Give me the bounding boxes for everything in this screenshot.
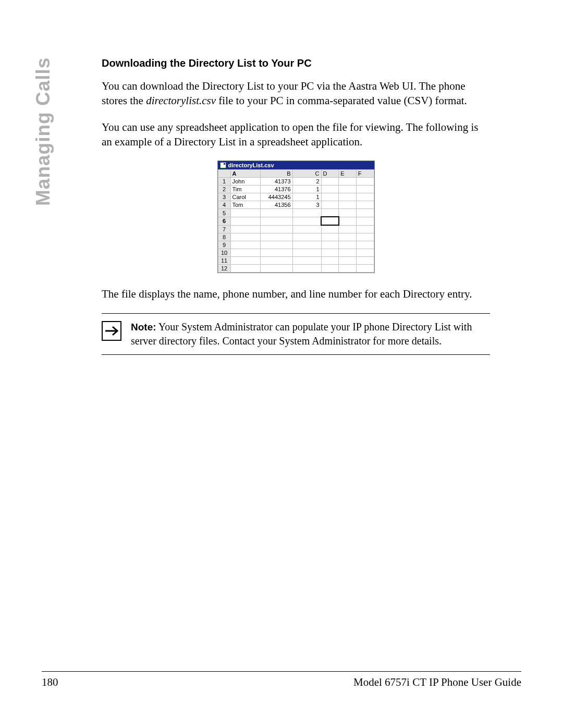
spreadsheet-cell (356, 265, 374, 273)
spreadsheet-cell (339, 201, 357, 209)
spreadsheet-cell: 41376 (260, 186, 292, 193)
spreadsheet-cell: Tom (230, 201, 260, 209)
spreadsheet-cell (321, 249, 339, 257)
spreadsheet-cell (339, 186, 357, 193)
spreadsheet-cell (230, 249, 260, 257)
spreadsheet-row-header: 2 (218, 186, 230, 193)
spreadsheet-filename: directoryList.csv (228, 162, 274, 168)
spreadsheet-row-header: 5 (218, 209, 230, 217)
section-heading: Downloading the Directory List to Your P… (102, 57, 490, 69)
spreadsheet-cell (356, 233, 374, 241)
spreadsheet-cell: 41356 (260, 201, 292, 209)
guide-title: Model 6757i CT IP Phone User Guide (353, 676, 521, 689)
paragraph-2: You can use any spreadsheet application … (102, 120, 490, 150)
page-content: Downloading the Directory List to Your P… (102, 57, 490, 355)
spreadsheet-cell (321, 186, 339, 193)
spreadsheet-cell (260, 233, 292, 241)
spreadsheet-col-header: B (260, 170, 292, 178)
spreadsheet-cell (356, 209, 374, 217)
spreadsheet-cell: 1 (292, 193, 321, 201)
spreadsheet-corner-cell (218, 170, 230, 178)
spreadsheet-cell (356, 241, 374, 249)
spreadsheet-col-header: D (321, 170, 339, 178)
spreadsheet-col-header: A (230, 170, 260, 178)
note-text: Note: Your System Administrator can popu… (131, 320, 490, 348)
spreadsheet-row-header: 8 (218, 233, 230, 241)
spreadsheet-cell (339, 265, 357, 273)
spreadsheet-row-header: 10 (218, 249, 230, 257)
spreadsheet-col-header: E (339, 170, 357, 178)
spreadsheet-cell (292, 241, 321, 249)
spreadsheet-cell (339, 241, 357, 249)
spreadsheet-cell (321, 178, 339, 186)
spreadsheet-cell (339, 233, 357, 241)
spreadsheet-cell (321, 217, 339, 225)
spreadsheet-file-icon (220, 162, 226, 168)
spreadsheet-cell: 3 (292, 201, 321, 209)
note-arrow-icon (102, 321, 121, 341)
spreadsheet-cell (230, 265, 260, 273)
spreadsheet-cell: 2 (292, 178, 321, 186)
spreadsheet-cell: Tim (230, 186, 260, 193)
spreadsheet-cell (356, 193, 374, 201)
spreadsheet-cell (292, 257, 321, 265)
spreadsheet-cell: John (230, 178, 260, 186)
section-side-tab-text: Managing Calls (32, 57, 54, 206)
spreadsheet-cell (356, 186, 374, 193)
spreadsheet-cell: 41373 (260, 178, 292, 186)
spreadsheet-row-header: 4 (218, 201, 230, 209)
spreadsheet-cell (356, 217, 374, 225)
spreadsheet-cell (321, 193, 339, 201)
spreadsheet-cell (260, 265, 292, 273)
spreadsheet-cell (260, 225, 292, 233)
paragraph-1-italic: directorylist.csv (146, 94, 216, 107)
spreadsheet-cell (292, 217, 321, 225)
spreadsheet-row-header: 3 (218, 193, 230, 201)
spreadsheet-cell (260, 241, 292, 249)
spreadsheet-row-header: 6 (218, 217, 230, 225)
spreadsheet-cell: 4443245 (260, 193, 292, 201)
spreadsheet-cell (230, 217, 260, 225)
paragraph-1b: file to your PC in comma-separated value… (216, 94, 467, 107)
page-number: 180 (42, 676, 58, 689)
spreadsheet-cell (260, 249, 292, 257)
spreadsheet-col-header: C (292, 170, 321, 178)
note-label: Note: (131, 322, 156, 332)
spreadsheet-cell (230, 233, 260, 241)
spreadsheet-col-headers: ABCDEF (218, 170, 374, 178)
spreadsheet-row-header: 9 (218, 241, 230, 249)
spreadsheet-cell (230, 241, 260, 249)
spreadsheet-cell (292, 249, 321, 257)
spreadsheet-row-header: 11 (218, 257, 230, 265)
spreadsheet-cell (339, 249, 357, 257)
spreadsheet-grid: ABCDEF 1John4137322Tim4137613Carol444324… (218, 169, 374, 273)
spreadsheet-cell (356, 201, 374, 209)
spreadsheet-cell (321, 265, 339, 273)
spreadsheet-cell: Carol (230, 193, 260, 201)
spreadsheet-example: directoryList.csv ABCDEF 1John4137322Tim… (217, 161, 375, 273)
spreadsheet-cell (292, 265, 321, 273)
spreadsheet-cell (339, 217, 357, 225)
spreadsheet-cell (321, 257, 339, 265)
spreadsheet-cell (356, 257, 374, 265)
spreadsheet-cell (260, 217, 292, 225)
spreadsheet-cell (321, 201, 339, 209)
spreadsheet-cell (356, 178, 374, 186)
spreadsheet-cell (260, 257, 292, 265)
spreadsheet-cell (339, 257, 357, 265)
spreadsheet-cell (292, 225, 321, 233)
spreadsheet-cell (230, 257, 260, 265)
note-block: Note: Your System Administrator can popu… (102, 313, 490, 355)
spreadsheet-body: 1John4137322Tim4137613Carol444324514Tom4… (218, 178, 374, 273)
spreadsheet-cell (339, 209, 357, 217)
spreadsheet-cell: 1 (292, 186, 321, 193)
spreadsheet-cell (230, 209, 260, 217)
spreadsheet-row-header: 7 (218, 225, 230, 233)
spreadsheet-cell (339, 225, 357, 233)
spreadsheet-cell (260, 209, 292, 217)
paragraph-3: The file displays the name, phone number… (102, 287, 490, 301)
spreadsheet-cell (321, 225, 339, 233)
page-footer: 180 Model 6757i CT IP Phone User Guide (42, 671, 521, 689)
spreadsheet-cell (321, 233, 339, 241)
spreadsheet-cell (321, 209, 339, 217)
